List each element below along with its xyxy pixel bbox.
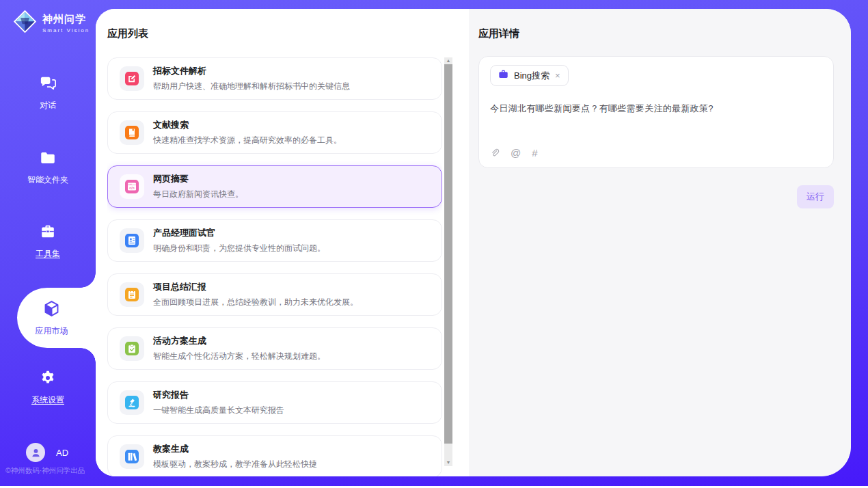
app-name: 产品经理面试官	[153, 227, 325, 239]
user-account[interactable]: AD	[26, 443, 68, 462]
books-icon	[125, 450, 139, 463]
list-item-app[interactable]: 项目总结汇报全面回顾项目进展，总结经验教训，助力未来优化发展。	[107, 273, 442, 316]
app-list-title: 应用列表	[107, 27, 469, 40]
app-description: 每日政府新闻资讯快查。	[153, 189, 243, 200]
svg-text:</>: </>	[129, 186, 135, 190]
app-icon-box	[120, 120, 144, 145]
sidebar-item-label: 对话	[40, 100, 56, 111]
run-row: 运行	[478, 185, 834, 208]
chip-close-icon[interactable]: ×	[555, 70, 560, 81]
app-name: 文献搜索	[153, 119, 342, 131]
app-window: 神州问学 Smart Vision 对话智能文件夹工具集应用市场系统设置 AD …	[0, 0, 868, 486]
app-icon-box	[120, 66, 144, 91]
scroll-up-icon[interactable]: ▲	[444, 57, 452, 64]
avatar	[26, 443, 45, 462]
list-item-app[interactable]: 研究报告一键智能生成高质量长文本研究报告	[107, 381, 442, 424]
prompt-toolbar: @ #	[490, 147, 538, 159]
app-list: 招标文件解析帮助用户快速、准确地理解和解析招标书中的关键信息文献搜索快速精准查找…	[107, 57, 442, 476]
query-text[interactable]: 今日湖北有哪些新闻要点？有哪些需要关注的最新政策?	[490, 103, 822, 115]
notepad-icon	[125, 288, 139, 301]
app-description: 智能生成个性化活动方案，轻松解决规划难题。	[153, 351, 325, 362]
sidebar-item-label: 应用市场	[36, 325, 68, 337]
app-icon-box	[120, 228, 144, 253]
brand-diamond-icon	[12, 9, 38, 37]
chat-icon	[39, 74, 57, 95]
edit-doc-icon	[125, 72, 139, 85]
list-item-app[interactable]: 文献搜索快速精准查找学术资源，提高研究效率的必备工具。	[107, 111, 442, 154]
hash-icon[interactable]: #	[532, 147, 537, 159]
brand-logo: 神州问学 Smart Vision	[12, 9, 90, 37]
app-description: 快速精准查找学术资源，提高研究效率的必备工具。	[153, 135, 342, 146]
run-button[interactable]: 运行	[797, 185, 834, 208]
app-detail-title: 应用详情	[478, 27, 834, 40]
cube-icon	[42, 299, 61, 321]
app-description: 帮助用户快速、准确地理解和解析招标书中的关键信息	[153, 81, 350, 92]
user-initials: AD	[56, 448, 68, 458]
microscope-icon	[125, 396, 139, 409]
app-name: 招标文件解析	[153, 65, 350, 77]
content-area: 应用列表 招标文件解析帮助用户快速、准确地理解和解析招标书中的关键信息文献搜索快…	[96, 9, 851, 476]
app-description: 一键智能生成高质量长文本研究报告	[153, 405, 284, 416]
prompt-card: Bing搜索 × 今日湖北有哪些新闻要点？有哪些需要关注的最新政策? @ #	[478, 56, 834, 168]
app-name: 教案生成	[153, 443, 317, 455]
brand-name: 神州问学	[42, 13, 90, 26]
app-name: 项目总结汇报	[153, 281, 358, 293]
list-scrollbar[interactable]: ▲ ▼	[444, 57, 452, 466]
sidebar-item-smart-folder[interactable]: 智能文件夹	[0, 149, 96, 186]
list-item-app[interactable]: 产品经理面试官明确身份和职责，为您提供专业性的面试问题。	[107, 219, 442, 262]
app-description: 全面回顾项目进展，总结经验教训，助力未来优化发展。	[153, 297, 358, 308]
app-icon-box	[120, 336, 144, 361]
resume-icon	[125, 234, 139, 247]
sidebar-item-system-settings[interactable]: 系统设置	[0, 369, 96, 406]
mention-icon[interactable]: @	[511, 147, 521, 159]
briefcase-icon	[498, 69, 508, 82]
scroll-down-icon[interactable]: ▼	[444, 459, 452, 466]
app-description: 模板驱动，教案秒成，教学准备从此轻松快捷	[153, 459, 317, 470]
app-icon-box	[120, 390, 144, 415]
copyright-footer: ©神州数码·神州问学出品	[5, 466, 85, 476]
attachment-icon[interactable]	[490, 148, 500, 159]
brand-tagline: Smart Vision	[42, 27, 90, 33]
sidebar: 神州问学 Smart Vision 对话智能文件夹工具集应用市场系统设置 AD …	[0, 0, 96, 486]
app-name: 网页摘要	[153, 173, 243, 185]
gear-icon	[39, 369, 57, 390]
clipboard-check-icon	[125, 342, 139, 355]
tool-chip-label: Bing搜索	[514, 70, 550, 82]
sidebar-item-label: 工具集	[36, 248, 60, 260]
list-item-app[interactable]: 招标文件解析帮助用户快速、准确地理解和解析招标书中的关键信息	[107, 57, 442, 100]
app-list-pane: 应用列表 招标文件解析帮助用户快速、准确地理解和解析招标书中的关键信息文献搜索快…	[96, 9, 469, 476]
sidebar-item-label: 系统设置	[31, 394, 64, 406]
scrollbar-thumb[interactable]	[444, 64, 452, 444]
app-name: 研究报告	[153, 389, 284, 401]
sidebar-item-dialog[interactable]: 对话	[0, 74, 96, 111]
sidebar-item-toolset[interactable]: 工具集	[0, 223, 96, 260]
list-item-app[interactable]: 活动方案生成智能生成个性化活动方案，轻松解决规划难题。	[107, 327, 442, 370]
app-icon-box	[120, 444, 144, 469]
app-icon-box	[120, 282, 144, 307]
toolbox-icon	[39, 223, 57, 243]
tool-chip-bing-search[interactable]: Bing搜索 ×	[490, 65, 569, 86]
book-icon	[125, 126, 139, 139]
app-name: 活动方案生成	[153, 335, 325, 347]
browser-code-icon: </>	[125, 180, 139, 193]
app-icon-box: </>	[120, 174, 144, 199]
app-detail-pane: 应用详情 Bing搜索 × 今日湖北有哪些新闻要点？有哪些需要关注的最新政策?	[469, 9, 851, 476]
sidebar-item-app-market[interactable]: 应用市场	[17, 288, 96, 348]
folder-icon	[39, 149, 57, 170]
list-item-app[interactable]: </>网页摘要每日政府新闻资讯快查。	[107, 165, 442, 208]
app-description: 明确身份和职责，为您提供专业性的面试问题。	[153, 243, 325, 254]
list-item-app[interactable]: 教案生成模板驱动，教案秒成，教学准备从此轻松快捷	[107, 435, 442, 476]
sidebar-item-label: 智能文件夹	[27, 174, 68, 186]
